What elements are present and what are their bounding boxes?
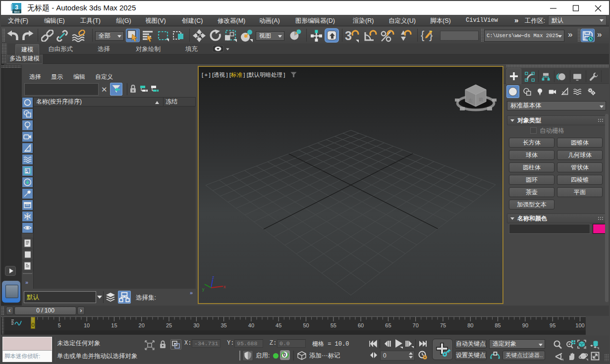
- svg-text:35: 35: [221, 322, 226, 328]
- svg-text:60: 60: [358, 322, 364, 328]
- svg-text:95: 95: [550, 322, 555, 328]
- svg-text:25: 25: [166, 322, 172, 328]
- svg-text:75: 75: [440, 322, 446, 328]
- svg-text:10: 10: [84, 322, 90, 328]
- svg-text:45: 45: [276, 322, 281, 328]
- svg-text:55: 55: [331, 322, 336, 328]
- svg-text:5: 5: [58, 322, 61, 328]
- svg-text:65: 65: [385, 322, 391, 328]
- svg-text:90: 90: [522, 322, 528, 328]
- svg-text:70: 70: [413, 322, 419, 328]
- svg-text:100: 100: [575, 322, 584, 328]
- svg-text:50: 50: [303, 322, 309, 328]
- svg-text:20: 20: [139, 322, 145, 328]
- svg-text:40: 40: [248, 322, 254, 328]
- svg-text:30: 30: [193, 322, 199, 328]
- svg-text:85: 85: [495, 322, 500, 328]
- svg-text:15: 15: [111, 322, 117, 328]
- svg-text:80: 80: [467, 322, 473, 328]
